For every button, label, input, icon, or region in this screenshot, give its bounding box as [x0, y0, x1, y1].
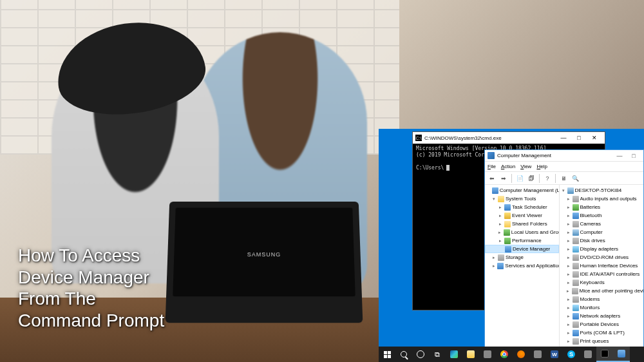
minimize-button[interactable]: —: [556, 132, 571, 144]
device-monitors[interactable]: ▸Monitors: [560, 303, 643, 312]
app2-button[interactable]: [529, 347, 546, 362]
device-hid[interactable]: ▸Human Interface Devices: [560, 262, 643, 270]
battery-icon: [573, 204, 579, 211]
back-button[interactable]: ⬅: [487, 173, 497, 184]
tree-root[interactable]: Computer Management (Local): [485, 186, 559, 195]
start-button[interactable]: [379, 347, 395, 362]
mgmt-icon: [618, 350, 625, 357]
users-icon: [504, 229, 510, 236]
menu-file[interactable]: File: [488, 164, 496, 169]
skype-button[interactable]: S: [563, 347, 580, 362]
edge-button[interactable]: [446, 347, 462, 362]
disk-icon: [573, 238, 579, 244]
firefox-button[interactable]: [513, 347, 529, 362]
port-icon: [573, 330, 579, 336]
device-mice[interactable]: ▸Mice and other pointing devices: [560, 287, 643, 295]
maximize-button[interactable]: □: [571, 132, 587, 144]
printer-icon: [573, 338, 579, 345]
device-keyboards[interactable]: ▸Keyboards: [560, 278, 643, 287]
bluetooth-icon: [573, 213, 579, 219]
device-disk[interactable]: ▸Disk drives: [560, 236, 643, 245]
search-button[interactable]: [395, 347, 412, 362]
tree-systools[interactable]: ▾System Tools: [485, 195, 559, 203]
monitor-icon: [573, 305, 579, 311]
services-icon: [497, 263, 504, 269]
cmd-title: C:\WINDOWS\system32\cmd.exe: [424, 135, 502, 141]
perf-icon: [504, 238, 511, 244]
cmd-icon: C:\: [415, 135, 422, 141]
app-icon: [484, 350, 491, 358]
cortana-icon: [417, 350, 424, 358]
device-audio[interactable]: ▸Audio inputs and outputs: [560, 195, 643, 203]
keyboard-icon: [573, 280, 579, 286]
tree-shared[interactable]: ▸Shared Folders: [485, 220, 559, 228]
toolbar: ⬅ ➡ 📄 🗐 ? 🖥 🔍: [485, 172, 643, 185]
device-cameras[interactable]: ▸Cameras: [560, 220, 643, 228]
mgmt-icon: [488, 152, 495, 159]
up-button[interactable]: 📄: [515, 173, 525, 184]
device-ports[interactable]: ▸Ports (COM & LPT): [560, 329, 643, 337]
device-bluetooth[interactable]: ▸Bluetooth: [560, 211, 643, 220]
portable-icon: [573, 321, 579, 328]
refresh-button[interactable]: 🖥: [558, 173, 569, 184]
device-batteries[interactable]: ▸Batteries: [560, 203, 643, 211]
device-print[interactable]: ▸Print queues: [560, 337, 643, 345]
cmd-taskbar-button[interactable]: [596, 347, 613, 362]
tree-local[interactable]: ▸Local Users and Groups: [485, 228, 559, 236]
scan-button[interactable]: 🔍: [570, 173, 580, 184]
tree-devmgr[interactable]: Device Manager: [485, 245, 559, 253]
app3-button[interactable]: [580, 347, 596, 362]
right-tree: ▾DESKTOP-5TOKI84 ▸Audio inputs and outpu…: [560, 185, 643, 347]
device-computer[interactable]: ▸Computer: [560, 228, 643, 236]
left-tree: Computer Management (Local) ▾System Tool…: [485, 185, 560, 347]
cmd-titlebar[interactable]: C:\ C:\WINDOWS\system32\cmd.exe — □ ✕: [413, 132, 605, 144]
device-host[interactable]: ▾DESKTOP-5TOKI84: [560, 186, 643, 195]
network-icon: [573, 313, 579, 319]
device-ide[interactable]: ▸IDE ATA/ATAPI controllers: [560, 270, 643, 278]
tree-task[interactable]: ▸Task Scheduler: [485, 203, 559, 211]
tree-storage[interactable]: ▸Storage: [485, 253, 559, 262]
properties-button[interactable]: 🗐: [526, 173, 536, 184]
menu-help[interactable]: Help: [536, 164, 547, 169]
mouse-icon: [572, 288, 578, 294]
mgmt-titlebar[interactable]: Computer Management — □: [485, 150, 643, 162]
taskbar: ⧉ W S: [379, 347, 644, 362]
dvd-icon: [573, 254, 579, 261]
device-icon: [505, 246, 511, 252]
device-display[interactable]: ▸Display adapters: [560, 245, 643, 253]
cortana-button[interactable]: [412, 347, 429, 362]
tree-perf[interactable]: ▸Performance: [485, 236, 559, 245]
maximize-button[interactable]: □: [627, 150, 641, 162]
word-button[interactable]: W: [546, 347, 563, 362]
clock-icon: [504, 204, 511, 211]
windows-icon: [384, 351, 391, 358]
tree-event[interactable]: ▸Event Viewer: [485, 211, 559, 220]
menu-action[interactable]: Action: [501, 164, 515, 169]
minimize-button[interactable]: —: [612, 150, 627, 162]
device-dvd[interactable]: ▸DVD/CD-ROM drives: [560, 253, 643, 262]
event-icon: [504, 213, 511, 219]
edge-icon: [450, 350, 458, 358]
close-button[interactable]: ✕: [587, 132, 602, 144]
device-portable[interactable]: ▸Portable Devices: [560, 320, 643, 329]
device-network[interactable]: ▸Network adapters: [560, 312, 643, 320]
pc-icon: [567, 187, 574, 194]
app-icon: [584, 350, 592, 358]
firefox-icon: [517, 350, 525, 358]
computer-management-window: Computer Management — □ File Action View…: [484, 149, 644, 348]
mgmt-taskbar-button[interactable]: [613, 347, 630, 362]
chrome-button[interactable]: [496, 347, 513, 362]
taskview-button[interactable]: ⧉: [429, 347, 446, 362]
laptop-brand: SAMSUNG: [247, 251, 281, 258]
page-title: How To Access Device Manager From The Co…: [18, 245, 164, 331]
forward-button[interactable]: ➡: [498, 173, 509, 184]
folder-icon: [467, 350, 475, 358]
device-modems[interactable]: ▸Modems: [560, 295, 643, 303]
tree-services[interactable]: ▸Services and Applications: [485, 262, 559, 270]
menu-view[interactable]: View: [520, 164, 531, 169]
app-button[interactable]: [479, 347, 496, 362]
explorer-button[interactable]: [462, 347, 479, 362]
menu-bar: File Action View Help: [485, 162, 643, 172]
help-button[interactable]: ?: [542, 173, 553, 184]
modem-icon: [573, 296, 579, 303]
